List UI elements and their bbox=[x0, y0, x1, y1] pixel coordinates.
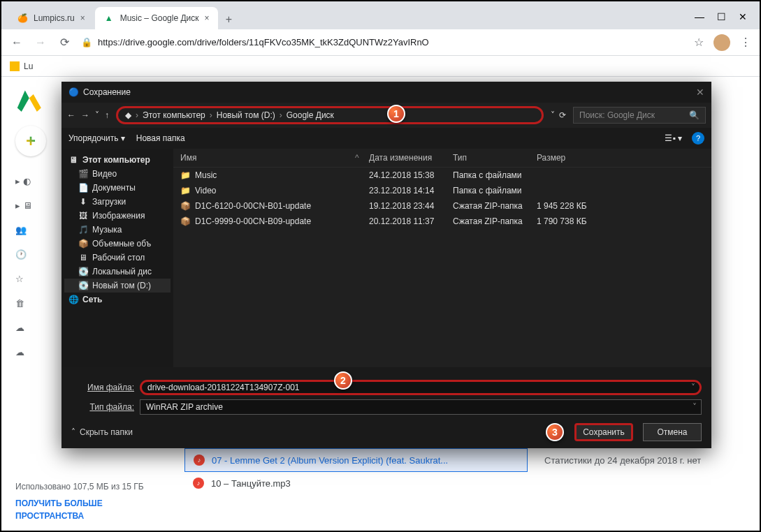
file-row[interactable]: 📦D1C-6120-0-00CN-B01-update19.12.2018 23… bbox=[173, 198, 711, 214]
breadcrumb[interactable]: ◆ › Этот компьютер › Новый том (D:) › Go… bbox=[116, 106, 544, 124]
col-name[interactable]: Имя bbox=[180, 153, 355, 163]
search-placeholder: Поиск: Google Диск bbox=[579, 110, 655, 120]
dialog-title: Сохранение bbox=[83, 87, 131, 97]
maximize-icon[interactable]: ☐ bbox=[717, 11, 726, 22]
chevron-down-icon[interactable]: ˅ bbox=[691, 383, 695, 392]
reload-icon[interactable]: ⟳ bbox=[57, 36, 71, 49]
folder-tree: 🖥Этот компьютер🎬Видео📄Документы⬇Загрузки… bbox=[61, 149, 173, 367]
menu-icon[interactable]: ⋮ bbox=[740, 36, 751, 49]
file-list: Имя ^ Дата изменения Тип Размер 📁Music24… bbox=[173, 149, 711, 367]
sort-icon[interactable]: ^ bbox=[355, 153, 369, 163]
search-input[interactable]: Поиск: Google Диск 🔍 bbox=[573, 107, 706, 124]
minimize-icon[interactable]: — bbox=[695, 11, 704, 22]
crumb[interactable]: Google Диск bbox=[287, 110, 334, 120]
tree-label: Рабочий стол bbox=[92, 253, 145, 263]
save-button[interactable]: Сохранить bbox=[574, 423, 633, 441]
tree-icon: 🎬 bbox=[78, 169, 88, 179]
browser-address-bar: ← → ⟳ 🔒 https://drive.google.com/drive/f… bbox=[1, 29, 760, 56]
filetype-select[interactable]: WinRAR ZIP archive ˅ bbox=[140, 399, 702, 415]
organize-button[interactable]: Упорядочить ▾ bbox=[68, 133, 125, 143]
back-icon[interactable]: ← bbox=[10, 36, 24, 49]
drive-logo-icon bbox=[15, 85, 43, 113]
tree-item[interactable]: ⬇Загрузки bbox=[64, 195, 171, 209]
tree-icon: 💽 bbox=[78, 267, 88, 276]
help-icon[interactable]: ? bbox=[692, 132, 704, 145]
file-date: 24.12.2018 15:38 bbox=[369, 170, 453, 180]
file-name: 07 - Lemme Get 2 (Album Version Explicit… bbox=[212, 455, 448, 466]
new-tab-button[interactable]: + bbox=[219, 10, 239, 29]
file-row[interactable]: 📦D1C-9999-0-00CN-B09-update20.12.2018 11… bbox=[173, 214, 711, 229]
refresh-icon[interactable]: ⟳ bbox=[559, 110, 566, 120]
file-type: Папка с файлами bbox=[453, 170, 537, 180]
tree-icon: 🎵 bbox=[78, 225, 88, 235]
tree-item[interactable]: 🎵Музыка bbox=[64, 223, 171, 237]
url-field[interactable]: 🔒 https://drive.google.com/drive/folders… bbox=[81, 37, 684, 47]
col-size[interactable]: Размер bbox=[537, 153, 607, 163]
bookmark-label[interactable]: Lu bbox=[24, 61, 33, 71]
crumb[interactable]: Этот компьютер bbox=[143, 110, 205, 120]
tree-label: Этот компьютер bbox=[82, 155, 150, 165]
close-icon[interactable]: ✕ bbox=[739, 11, 747, 22]
annotation-badge-2: 2 bbox=[334, 371, 352, 390]
chevron-down-icon[interactable]: ˅ bbox=[693, 402, 697, 412]
hide-folders-toggle[interactable]: ˄ Скрыть папки bbox=[71, 427, 133, 437]
new-folder-button[interactable]: Новая папка bbox=[136, 133, 185, 143]
drive-new-button[interactable]: + bbox=[15, 126, 46, 156]
browser-tab-active[interactable]: ▲ Music – Google Диск × bbox=[95, 7, 218, 29]
cancel-button[interactable]: Отмена bbox=[643, 423, 702, 441]
chevron-icon: ˄ bbox=[71, 427, 75, 437]
storage-upgrade-link[interactable]: ПОЛУЧИТЬ БОЛЬШЕ ПРОСТРАНСТВА bbox=[15, 497, 162, 522]
tree-item[interactable]: 📄Документы bbox=[64, 181, 171, 195]
folder-icon: 📁 bbox=[180, 186, 191, 195]
drive-icon: ◆ bbox=[125, 110, 131, 120]
filename-input[interactable]: drive-download-20181224T134907Z-001 ˅ bbox=[140, 380, 702, 395]
tree-item[interactable]: 🌐Сеть bbox=[64, 293, 171, 306]
col-date[interactable]: Дата изменения bbox=[369, 153, 453, 163]
close-icon[interactable]: × bbox=[205, 13, 210, 23]
tree-item[interactable]: 💽Локальный дис bbox=[64, 265, 171, 279]
drive-storage-info: Использовано 107,5 МБ из 15 ГБ ПОЛУЧИТЬ … bbox=[15, 480, 162, 522]
chevron-down-icon[interactable]: ˅ bbox=[551, 110, 555, 120]
tree-label: Объемные объ bbox=[92, 239, 151, 249]
back-icon[interactable]: ← bbox=[67, 110, 75, 120]
lock-icon: 🔒 bbox=[81, 37, 92, 47]
up-icon[interactable]: ↑ bbox=[105, 110, 109, 120]
close-icon[interactable]: × bbox=[80, 13, 85, 23]
tree-item[interactable]: 🖥Рабочий стол bbox=[64, 251, 171, 265]
file-type: Папка с файлами bbox=[453, 186, 537, 195]
storage-text: Использовано 107,5 МБ из 15 ГБ bbox=[15, 480, 162, 493]
chevron-down-icon[interactable]: ˅ bbox=[95, 110, 99, 120]
drive-file-row[interactable]: ♪ 07 - Lemme Get 2 (Album Version Explic… bbox=[184, 448, 528, 472]
tree-icon: 🖼 bbox=[78, 211, 88, 221]
browser-tab[interactable]: 🍊 Lumpics.ru × bbox=[8, 7, 94, 29]
tree-item[interactable]: 🖼Изображения bbox=[64, 209, 171, 223]
file-row[interactable]: 📁Video23.12.2018 14:14Папка с файлами bbox=[173, 183, 711, 198]
dialog-toolbar: Упорядочить ▾ Новая папка ☰▪ ▾ ? bbox=[61, 128, 711, 149]
tree-item[interactable]: 🖥Этот компьютер bbox=[64, 153, 171, 167]
tree-icon: 🖥 bbox=[78, 253, 88, 263]
chrome-icon: 🔵 bbox=[68, 87, 79, 97]
star-icon[interactable]: ☆ bbox=[694, 36, 704, 49]
col-type[interactable]: Тип bbox=[453, 153, 537, 163]
file-name: Video bbox=[195, 186, 216, 195]
annotation-badge-3: 3 bbox=[546, 423, 564, 441]
file-size: 1 945 228 КБ bbox=[537, 201, 607, 211]
close-icon[interactable]: ✕ bbox=[696, 87, 704, 98]
dialog-nav: ← → ˅ ↑ ◆ › Этот компьютер › Новый том (… bbox=[61, 103, 711, 128]
forward-icon[interactable]: → bbox=[81, 110, 89, 120]
tree-icon: 📄 bbox=[78, 183, 88, 193]
tree-item[interactable]: 💽Новый том (D:) bbox=[64, 279, 171, 293]
tree-item[interactable]: 📦Объемные объ bbox=[64, 237, 171, 251]
url-text: https://drive.google.com/drive/folders/1… bbox=[98, 37, 429, 47]
drive-file-row[interactable]: ♪ 10 – Танцуйте.mp3 bbox=[184, 472, 528, 494]
forward-icon[interactable]: → bbox=[34, 36, 48, 49]
tree-label: Локальный дис bbox=[92, 267, 152, 276]
view-icon[interactable]: ☰▪ ▾ bbox=[665, 133, 682, 143]
crumb[interactable]: Новый том (D:) bbox=[217, 110, 275, 120]
tree-icon: ⬇ bbox=[78, 197, 88, 207]
file-date: 19.12.2018 23:44 bbox=[369, 201, 453, 211]
tree-item[interactable]: 🎬Видео bbox=[64, 167, 171, 181]
file-row[interactable]: 📁Music24.12.2018 15:38Папка с файлами bbox=[173, 168, 711, 183]
avatar[interactable] bbox=[713, 34, 730, 51]
tree-icon: 💽 bbox=[78, 281, 88, 290]
